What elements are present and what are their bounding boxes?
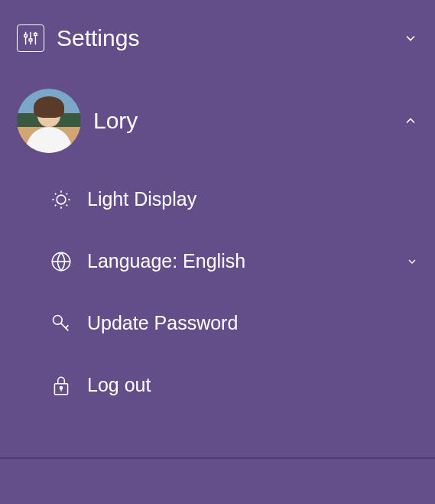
- settings-header-row[interactable]: Settings: [12, 15, 423, 73]
- menu-item-update-password[interactable]: Update Password: [46, 292, 423, 354]
- globe-icon: [50, 251, 72, 272]
- user-name: Lory: [93, 108, 391, 134]
- lock-icon: [50, 375, 72, 396]
- svg-point-17: [54, 315, 63, 324]
- settings-title: Settings: [57, 25, 391, 51]
- settings-panel: Settings Lory: [0, 0, 435, 431]
- key-icon: [50, 313, 72, 334]
- menu-label-update-password: Update Password: [87, 312, 418, 334]
- svg-line-19: [66, 325, 69, 328]
- sliders-icon: [17, 24, 44, 52]
- svg-line-10: [67, 204, 68, 206]
- chevron-up-icon: [403, 113, 418, 128]
- avatar: [17, 89, 81, 153]
- menu-label-language: Language: English: [87, 250, 391, 272]
- user-header-row[interactable]: Lory: [12, 73, 423, 168]
- menu-item-language[interactable]: Language: English: [46, 230, 423, 292]
- user-menu: Light Display Language: English: [12, 168, 423, 416]
- svg-rect-4: [29, 39, 32, 41]
- menu-item-log-out[interactable]: Log out: [46, 354, 423, 416]
- svg-line-14: [67, 193, 68, 194]
- footer-area: [0, 459, 435, 504]
- svg-line-9: [55, 193, 57, 194]
- menu-label-log-out: Log out: [87, 374, 418, 396]
- menu-label-light-display: Light Display: [87, 188, 418, 210]
- svg-point-6: [57, 195, 66, 204]
- svg-rect-5: [34, 34, 37, 36]
- svg-rect-3: [24, 34, 28, 37]
- chevron-down-icon: [403, 31, 418, 46]
- chevron-down-icon: [406, 255, 418, 268]
- sun-icon: [50, 189, 72, 210]
- svg-line-13: [55, 204, 57, 206]
- menu-item-light-display[interactable]: Light Display: [46, 168, 423, 230]
